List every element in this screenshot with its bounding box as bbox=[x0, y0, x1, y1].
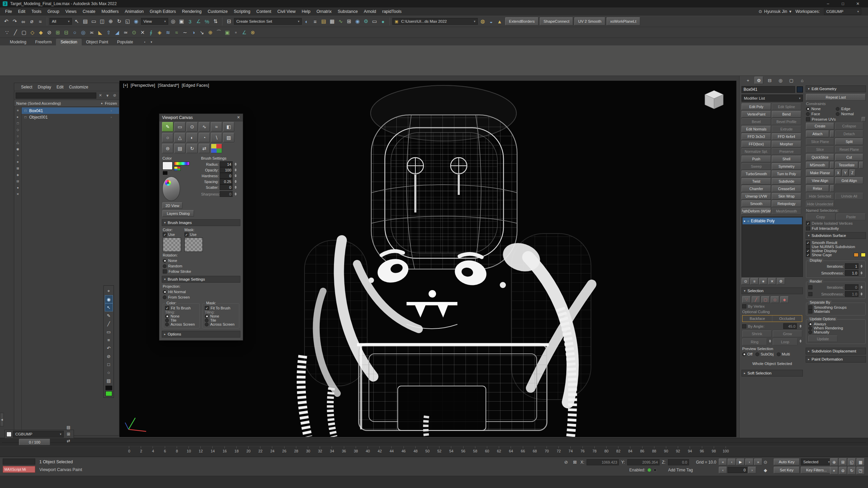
burn-tool-icon[interactable]: △ bbox=[174, 133, 185, 142]
update-option-radio[interactable]: Always bbox=[808, 322, 863, 326]
spinner[interactable] bbox=[234, 185, 237, 190]
modifier-button[interactable]: TurboSmooth bbox=[742, 170, 771, 177]
color-image-thumbnail[interactable] bbox=[163, 238, 181, 252]
full-interactivity-checkbox[interactable] bbox=[806, 226, 810, 230]
color-tiling-none-radio[interactable] bbox=[165, 314, 169, 318]
reference-coordinate-dropdown[interactable]: View▾ bbox=[141, 18, 168, 25]
preview-selection-radio[interactable]: Multi bbox=[777, 352, 790, 356]
orbit-icon[interactable]: ↻ bbox=[848, 467, 856, 474]
layers-tool-icon[interactable]: ▤ bbox=[174, 144, 185, 153]
modifier-button[interactable]: Sweep bbox=[742, 163, 771, 170]
make-unique-icon[interactable]: ∗ bbox=[759, 278, 767, 285]
modifier-button[interactable]: FFD 4x4x4 bbox=[772, 133, 801, 140]
erase-tool-icon[interactable]: ▭ bbox=[174, 122, 185, 131]
show-geometry-icon[interactable]: □ bbox=[15, 121, 21, 126]
show-frozen-icon[interactable]: ● bbox=[15, 185, 21, 190]
set-key-button[interactable]: Set Key bbox=[774, 467, 800, 473]
subdivision-displacement-rollout[interactable]: Subdivision Displacement bbox=[806, 348, 866, 354]
show-shapes-icon[interactable]: ◇ bbox=[15, 127, 21, 132]
brush-setting-field[interactable]: 14 bbox=[220, 161, 233, 167]
modify-tab[interactable]: ⚙ bbox=[754, 77, 763, 84]
layer-explorer-icon[interactable]: ▤ bbox=[319, 17, 328, 26]
brush-images-rollout[interactable]: Brush Images bbox=[162, 219, 240, 226]
border-sub-icon[interactable]: ▢ bbox=[761, 296, 770, 303]
constraint-radio[interactable]: None bbox=[806, 107, 836, 111]
ribbon-tab[interactable]: Selection bbox=[56, 39, 81, 45]
zoom-icon[interactable]: ⊕ bbox=[830, 458, 838, 466]
menu-item[interactable]: Ornatrix bbox=[314, 8, 335, 15]
zoom-all-icon[interactable]: ⊞ bbox=[839, 458, 847, 466]
separate-by-option[interactable]: Smoothing Groups bbox=[808, 305, 863, 309]
sync-icon[interactable]: ⇄ bbox=[65, 438, 72, 444]
selection-rollout[interactable]: Selection bbox=[742, 287, 803, 294]
degradation-toggle-icon[interactable] bbox=[653, 468, 657, 472]
hierarchy-tab[interactable]: ⊟ bbox=[765, 77, 774, 84]
edit-geometry-button[interactable]: Relax bbox=[806, 185, 829, 192]
measure-tool-icon[interactable]: ≡ bbox=[105, 336, 113, 344]
update-button[interactable]: Update bbox=[808, 336, 837, 342]
display-smoothness-field[interactable]: 1.0 bbox=[845, 270, 859, 276]
edit-geometry-button[interactable]: MSmooth bbox=[806, 162, 829, 168]
edit-geometry-button[interactable]: Slice bbox=[806, 146, 834, 153]
edit-geometry-button[interactable]: Slice Plane bbox=[806, 138, 834, 145]
by-angle-checkbox[interactable] bbox=[742, 324, 746, 328]
color-wheel-icon[interactable] bbox=[165, 180, 171, 186]
object-name-field[interactable]: Box041 bbox=[742, 86, 795, 93]
subdivision-surface-rollout[interactable]: Subdivision Surface bbox=[806, 232, 866, 239]
select-by-name-icon[interactable]: ▤ bbox=[81, 17, 90, 26]
extrude-icon[interactable]: ⇧ bbox=[104, 28, 113, 37]
rendered-frame-window-icon[interactable]: ▭ bbox=[370, 17, 379, 26]
unlink-selection-icon[interactable]: ⌀ bbox=[27, 17, 36, 26]
grow-selection-icon[interactable]: ⊞ bbox=[54, 28, 62, 37]
follow-stroke-checkbox[interactable] bbox=[163, 269, 167, 273]
preview-selection-radio[interactable]: Off bbox=[742, 352, 752, 356]
edit-geometry-button[interactable]: Reset Plane bbox=[835, 146, 863, 153]
search-input[interactable] bbox=[16, 93, 96, 99]
menu-item[interactable]: Civil View bbox=[274, 8, 299, 15]
target-weld-icon[interactable]: ⊙ bbox=[130, 28, 138, 37]
table-row[interactable]: □ Box041 ▫ bbox=[22, 107, 119, 114]
edit-geometry-button[interactable]: X bbox=[835, 169, 841, 176]
create-tab[interactable]: + bbox=[744, 77, 752, 84]
rotate-view-tool-icon[interactable]: ↻ bbox=[186, 144, 198, 153]
preserve-uvs-checkbox[interactable] bbox=[806, 117, 810, 121]
previous-frame-step-icon[interactable]: ‹ bbox=[719, 467, 727, 473]
viewport-menu-general[interactable]: [+] bbox=[123, 83, 128, 88]
go-to-end-icon[interactable]: » bbox=[754, 459, 762, 465]
box-tool-icon[interactable]: □ bbox=[105, 360, 113, 368]
curve-editor-icon[interactable]: ∿ bbox=[336, 17, 345, 26]
menu-item[interactable]: Scripting bbox=[231, 8, 253, 15]
element-mode-icon[interactable]: ◆ bbox=[37, 28, 45, 37]
subdivision-option[interactable]: Smooth Result bbox=[806, 241, 866, 245]
modifier-button[interactable]: Twist bbox=[742, 178, 771, 185]
use-mask-image-checkbox[interactable] bbox=[184, 232, 189, 237]
shrink-button[interactable]: Shrink bbox=[742, 330, 772, 337]
gradient-tool-icon[interactable]: ▨ bbox=[223, 133, 234, 142]
menu-item[interactable]: Views bbox=[62, 8, 80, 15]
explorer-settings-icon[interactable]: ≡ bbox=[15, 108, 21, 113]
modifier-button[interactable]: Preserve bbox=[772, 148, 801, 155]
viewport-menu-shading[interactable]: [Edged Faces] bbox=[182, 83, 209, 88]
edit-geometry-button[interactable]: Unhide All bbox=[835, 193, 863, 200]
edit-geometry-button[interactable]: Attach bbox=[806, 130, 829, 137]
show-materials-icon[interactable]: ◈ bbox=[15, 172, 21, 177]
ribbon-toggle-icon[interactable]: ▦ bbox=[328, 17, 336, 26]
color-gradient-strip[interactable] bbox=[174, 162, 190, 165]
select-and-rotate-icon[interactable]: ↻ bbox=[115, 17, 123, 26]
filter-icon[interactable]: ▼ bbox=[104, 93, 111, 99]
menu-item[interactable]: Create bbox=[80, 8, 99, 15]
modifier-button[interactable]: Edit Normals bbox=[742, 126, 771, 133]
paint-deformation-rollout[interactable]: Paint Deformation bbox=[806, 356, 866, 363]
color-tiling-across-radio[interactable] bbox=[165, 323, 169, 326]
frozen-cell[interactable]: ▫ bbox=[105, 116, 117, 119]
menu-item[interactable]: rapidTools bbox=[379, 8, 405, 15]
brush-setting-field[interactable]: 0 bbox=[220, 173, 233, 179]
close-button[interactable]: ✕ bbox=[850, 0, 865, 7]
edit-geometry-button[interactable]: QuickSlice bbox=[806, 154, 834, 161]
menu-item[interactable]: Substance bbox=[335, 8, 361, 15]
pan-tool-icon[interactable]: ⊜ bbox=[162, 144, 173, 153]
workspace-dropdown[interactable]: CGBUMP▾ bbox=[824, 8, 861, 15]
sun-positioner-icon[interactable]: ◍ bbox=[478, 17, 487, 26]
occluded-option[interactable]: Occluded bbox=[772, 316, 802, 322]
rotation-none-radio[interactable] bbox=[163, 259, 166, 263]
